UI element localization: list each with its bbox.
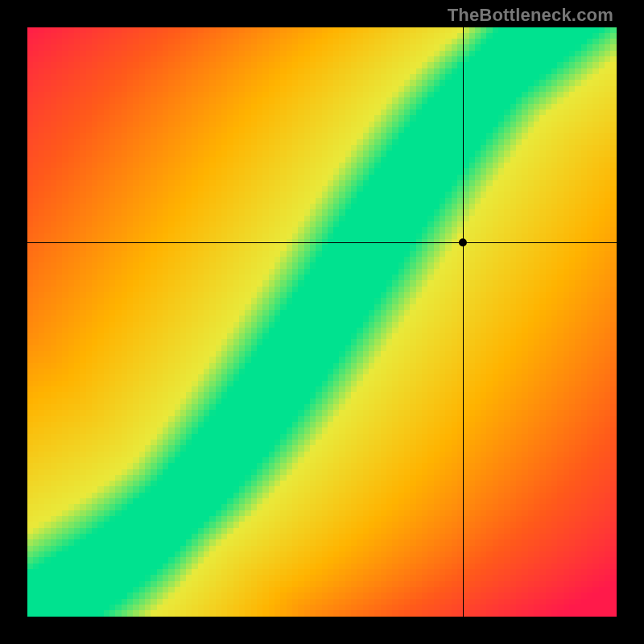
watermark-text: TheBottleneck.com <box>448 5 613 26</box>
chart-container: TheBottleneck.com <box>0 0 644 644</box>
bottleneck-heatmap <box>27 27 617 617</box>
